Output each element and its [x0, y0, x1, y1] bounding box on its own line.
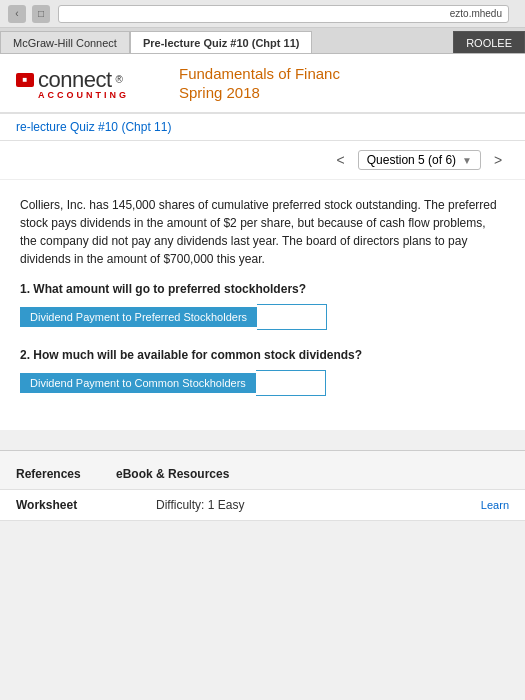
prev-question-button[interactable]: <	[330, 149, 352, 171]
answer-label-1[interactable]: Dividend Payment to Preferred Stockholde…	[20, 307, 257, 327]
tab-bar: McGraw-Hill Connect Pre-lecture Quiz #10…	[0, 28, 525, 54]
tab-mcgraw[interactable]: McGraw-Hill Connect	[0, 31, 130, 53]
url-text: ezto.mhedu	[450, 8, 502, 19]
answer-row-2: Dividend Payment to Common Stockholders	[20, 370, 505, 396]
question-1-block: 1. What amount will go to preferred stoc…	[20, 282, 505, 330]
dropdown-arrow: ▼	[462, 155, 472, 166]
question-1-label: 1. What amount will go to preferred stoc…	[20, 282, 505, 296]
tab-prelecture-label: Pre-lecture Quiz #10 (Chpt 11)	[143, 37, 300, 49]
breadcrumb-text: re-lecture Quiz #10 (Chpt 11)	[16, 120, 171, 134]
answer-label-2-text: Dividend Payment to Common Stockholders	[30, 377, 246, 389]
answer-label-2[interactable]: Dividend Payment to Common Stockholders	[20, 373, 256, 393]
back-button[interactable]: ‹	[8, 5, 26, 23]
course-line2: Spring 2018	[179, 83, 340, 103]
question-dropdown[interactable]: Question 5 (of 6) ▼	[358, 150, 481, 170]
references-section: References eBook & Resources Worksheet D…	[0, 450, 525, 521]
connect-logo: ■ connect® ACCOUNTING	[16, 67, 129, 100]
breadcrumb[interactable]: re-lecture Quiz #10 (Chpt 11)	[0, 114, 525, 141]
question-2-block: 2. How much will be available for common…	[20, 348, 505, 396]
references-label: References	[16, 467, 96, 481]
tab-roolee[interactable]: ROOLEE	[453, 31, 525, 53]
tab-prelecture[interactable]: Pre-lecture Quiz #10 (Chpt 11)	[130, 31, 313, 53]
worksheet-label: Worksheet	[16, 498, 96, 512]
q2-number: 2.	[20, 348, 30, 362]
url-bar: ezto.mhedu	[58, 5, 509, 23]
tab-button[interactable]: □	[32, 5, 50, 23]
question-label: Question 5 (of 6)	[367, 153, 456, 167]
browser-bar: ‹ □ ezto.mhedu	[0, 0, 525, 28]
main-content: Colliers, Inc. has 145,000 shares of cum…	[0, 180, 525, 430]
q1-text: What amount will go to preferred stockho…	[33, 282, 306, 296]
q1-number: 1.	[20, 282, 30, 296]
q2-text: How much will be available for common st…	[33, 348, 362, 362]
problem-text: Colliers, Inc. has 145,000 shares of cum…	[20, 196, 505, 268]
references-row: References eBook & Resources	[0, 459, 525, 490]
question-2-label: 2. How much will be available for common…	[20, 348, 505, 362]
learn-link[interactable]: Learn	[481, 499, 509, 511]
app-header: ■ connect® ACCOUNTING Fundamentals of Fi…	[0, 54, 525, 114]
accounting-label: ACCOUNTING	[38, 90, 129, 100]
answer-row-1: Dividend Payment to Preferred Stockholde…	[20, 304, 505, 330]
worksheet-row: Worksheet Difficulty: 1 Easy Learn	[0, 490, 525, 521]
answer-input-2[interactable]	[256, 370, 326, 396]
tab-roolee-label: ROOLEE	[466, 37, 512, 49]
answer-input-1[interactable]	[257, 304, 327, 330]
page-wrapper: ‹ □ ezto.mhedu McGraw-Hill Connect Pre-l…	[0, 0, 525, 700]
difficulty-text: Difficulty: 1 Easy	[156, 498, 244, 512]
answer-label-1-text: Dividend Payment to Preferred Stockholde…	[30, 311, 247, 323]
tab-mcgraw-label: McGraw-Hill Connect	[13, 37, 117, 49]
course-info: Fundamentals of Financ Spring 2018	[179, 64, 340, 103]
logo-reg: ®	[116, 74, 123, 85]
question-nav: < Question 5 (of 6) ▼ >	[0, 141, 525, 180]
next-question-button[interactable]: >	[487, 149, 509, 171]
course-line1: Fundamentals of Financ	[179, 64, 340, 84]
ebook-link[interactable]: eBook & Resources	[116, 467, 229, 481]
logo-icon: ■	[16, 73, 34, 87]
